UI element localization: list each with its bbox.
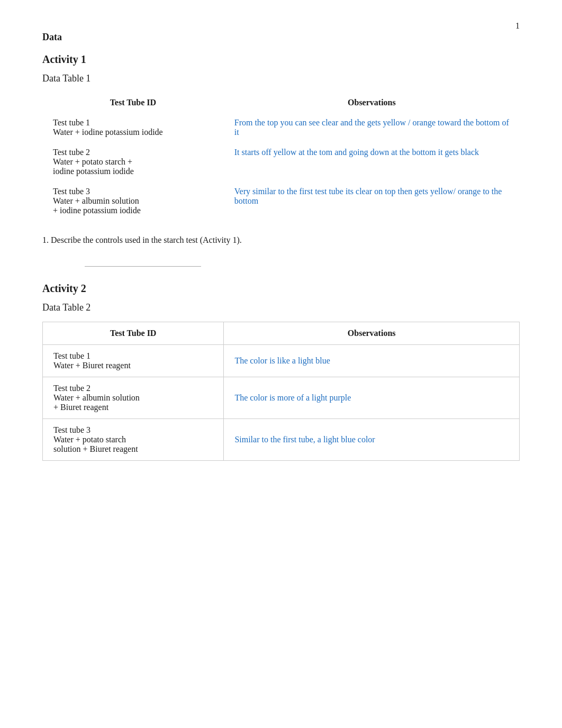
activity2-table: Test Tube ID Observations Test tube 1Wat… — [42, 322, 520, 461]
activity2-row1-obs: The color is like a light blue — [224, 345, 520, 377]
table-row: Test tube 1Water + Biuret reagent The co… — [43, 345, 520, 377]
activity1-row1-id: Test tube 1Water + iodine potassium iodi… — [42, 113, 224, 142]
activity1-row2-id: Test tube 2Water + potato starch +iodine… — [42, 142, 224, 181]
activity2-table-label: Data Table 2 — [42, 302, 520, 313]
page-number: 1 — [515, 21, 520, 31]
activity2-col-id-header: Test Tube ID — [43, 322, 224, 345]
activity1-row3-id: Test tube 3Water + albumin solution+ iod… — [42, 181, 224, 221]
data-heading: Data — [42, 32, 520, 43]
activity2-row2-obs: The color is more of a light purple — [224, 377, 520, 419]
activity2-row1-id: Test tube 1Water + Biuret reagent — [43, 345, 224, 377]
activity1-col-obs-header: Observations — [224, 93, 520, 113]
activity1-col-id-header: Test Tube ID — [42, 93, 224, 113]
table-row: Test tube 3Water + albumin solution+ iod… — [42, 181, 520, 221]
activity1-row2-obs: It starts off yellow at the tom and goin… — [224, 142, 520, 181]
table-row: Test tube 3Water + potato starchsolution… — [43, 419, 520, 461]
section-divider — [85, 266, 201, 267]
activity1-row3-obs: Very similar to the first test tube its … — [224, 181, 520, 221]
activity2-row2-id: Test tube 2Water + albumin solution+ Biu… — [43, 377, 224, 419]
activity2-row3-id: Test tube 3Water + potato starchsolution… — [43, 419, 224, 461]
activity1-heading: Activity 1 — [42, 53, 520, 66]
activity1-question: 1. Describe the controls used in the sta… — [42, 235, 520, 245]
table-row: Test tube 2Water + albumin solution+ Biu… — [43, 377, 520, 419]
activity2-row3-obs: Similar to the first tube, a light blue … — [224, 419, 520, 461]
table-row: Test tube 2Water + potato starch +iodine… — [42, 142, 520, 181]
activity1-row1-obs: From the top you can see clear and the g… — [224, 113, 520, 142]
activity1-table: Test Tube ID Observations Test tube 1Wat… — [42, 93, 520, 221]
activity1-table-label: Data Table 1 — [42, 73, 520, 84]
activity2-heading: Activity 2 — [42, 283, 520, 295]
table-row: Test tube 1Water + iodine potassium iodi… — [42, 113, 520, 142]
activity2-col-obs-header: Observations — [224, 322, 520, 345]
